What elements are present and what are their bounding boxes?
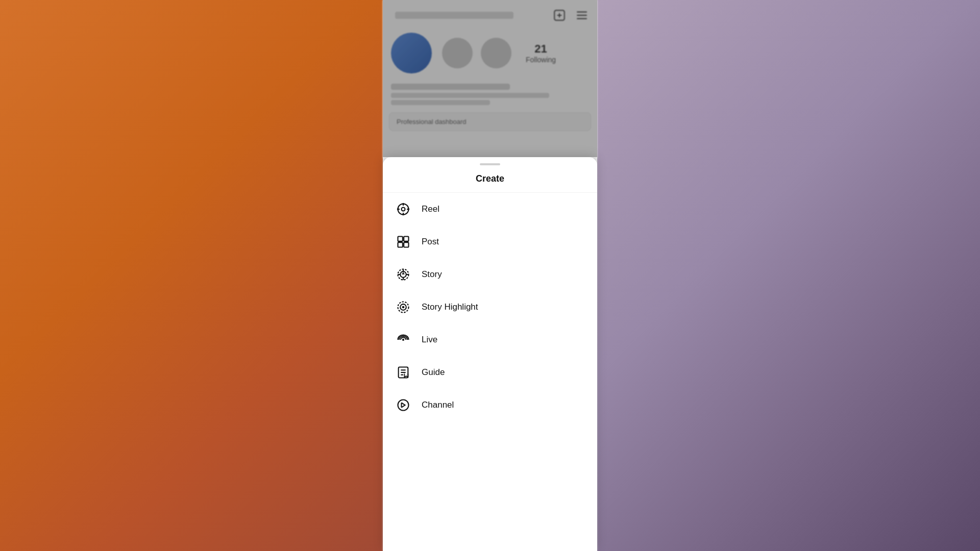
svg-point-12	[402, 203, 404, 205]
menu-item-channel[interactable]: Channel	[383, 389, 597, 421]
svg-rect-18	[398, 242, 403, 247]
story-highlight-label: Story Highlight	[422, 302, 478, 312]
svg-rect-19	[404, 242, 408, 247]
menu-item-story[interactable]: Story	[383, 258, 597, 291]
profile-name-area	[383, 80, 597, 107]
posts-stat	[442, 38, 473, 68]
professional-dashboard-label: Professional dashboard	[397, 118, 467, 126]
menu-item-reel[interactable]: Reel	[383, 193, 597, 226]
profile-header	[383, 0, 597, 27]
svg-rect-17	[404, 237, 408, 241]
add-post-icon[interactable]	[552, 8, 567, 22]
hamburger-menu-icon[interactable]	[575, 8, 589, 22]
story-highlight-icon	[395, 299, 411, 315]
menu-item-story-highlight[interactable]: Story Highlight	[383, 291, 597, 323]
create-bottom-sheet: Create	[383, 157, 597, 551]
following-number: 21	[534, 42, 547, 56]
drag-handle	[480, 163, 500, 165]
menu-item-live[interactable]: Live	[383, 323, 597, 356]
svg-point-14	[397, 208, 399, 210]
menu-item-guide[interactable]: Guide	[383, 356, 597, 389]
post-label: Post	[422, 237, 439, 247]
profile-section: 21 Following Professional dashboard	[383, 0, 597, 158]
svg-point-31	[402, 306, 405, 309]
create-menu-list: Reel Post	[383, 193, 597, 551]
reel-icon	[395, 201, 411, 217]
svg-rect-16	[398, 237, 403, 241]
bg-right	[597, 0, 980, 551]
guide-icon	[395, 364, 411, 381]
svg-point-13	[402, 214, 404, 216]
svg-point-32	[402, 339, 404, 341]
phone-container: 21 Following Professional dashboard Crea…	[383, 0, 597, 551]
profile-bio-bar	[391, 93, 549, 98]
story-label: Story	[422, 269, 442, 280]
channel-icon	[395, 397, 411, 413]
channel-label: Channel	[422, 400, 454, 410]
sheet-title: Create	[383, 169, 597, 193]
profile-name-bar	[391, 84, 510, 90]
bg-left	[0, 0, 383, 551]
svg-point-23	[403, 272, 404, 273]
stat-circles	[442, 38, 511, 68]
post-icon	[395, 234, 411, 250]
professional-dashboard[interactable]: Professional dashboard	[389, 112, 591, 131]
profile-stats: 21 Following	[383, 27, 597, 80]
avatar	[391, 33, 432, 73]
following-label: Following	[526, 56, 556, 64]
reel-label: Reel	[422, 204, 439, 214]
svg-point-7	[402, 208, 405, 211]
following-stat: 21 Following	[526, 42, 556, 64]
menu-item-post[interactable]: Post	[383, 226, 597, 258]
live-icon	[395, 332, 411, 348]
profile-bio-bar2	[391, 100, 490, 105]
username-placeholder	[395, 12, 513, 19]
live-label: Live	[422, 335, 437, 345]
followers-stat	[481, 38, 511, 68]
guide-label: Guide	[422, 367, 445, 378]
svg-point-37	[398, 400, 409, 411]
story-icon	[395, 266, 411, 283]
svg-point-15	[408, 208, 410, 210]
